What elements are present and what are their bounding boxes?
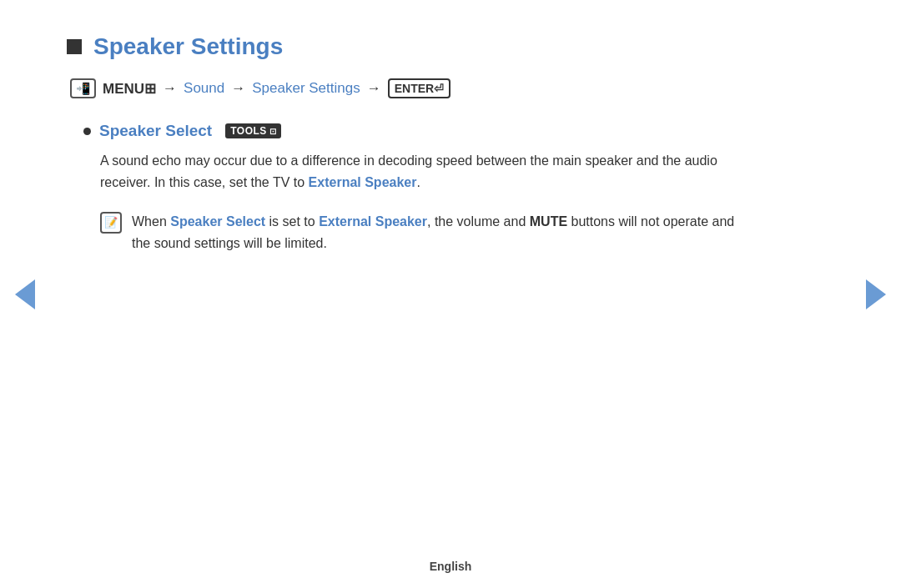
breadcrumb: 📲 MENU⊞ → Sound → Speaker Settings → ENT… bbox=[67, 78, 751, 98]
note-text: When Speaker Select is set to External S… bbox=[132, 211, 751, 255]
section-speaker-settings: Speaker Select TOOLS A sound echo may oc… bbox=[67, 122, 751, 255]
note-external-speaker: External Speaker bbox=[319, 214, 427, 229]
menu-label: MENU⊞ bbox=[103, 80, 156, 98]
bullet-dot-icon bbox=[83, 128, 91, 135]
page-title-row: Speaker Settings bbox=[67, 33, 751, 60]
menu-icon-image: 📲 bbox=[76, 82, 90, 95]
page-title: Speaker Settings bbox=[93, 33, 283, 60]
footer-language: English bbox=[430, 560, 472, 573]
note-speaker-select: Speaker Select bbox=[170, 214, 265, 229]
note-text-after: , the volume and bbox=[427, 214, 530, 229]
speaker-select-label: Speaker Select bbox=[99, 122, 212, 140]
nav-prev-button[interactable] bbox=[15, 279, 35, 309]
tools-badge: TOOLS bbox=[225, 123, 281, 138]
breadcrumb-speaker-settings: Speaker Settings bbox=[252, 80, 360, 97]
enter-button-icon: ENTER⏎ bbox=[388, 78, 450, 98]
note-icon: 📝 bbox=[100, 212, 122, 234]
main-content: Speaker Settings 📲 MENU⊞ → Sound → Speak… bbox=[0, 0, 818, 289]
title-square-icon bbox=[67, 39, 82, 54]
breadcrumb-arrow-3: → bbox=[367, 80, 381, 97]
breadcrumb-arrow-1: → bbox=[163, 80, 177, 97]
note-mute-label: MUTE bbox=[530, 214, 567, 229]
description-text: A sound echo may occur due to a differen… bbox=[100, 150, 751, 194]
breadcrumb-arrow-2: → bbox=[231, 80, 245, 97]
breadcrumb-sound: Sound bbox=[184, 80, 224, 97]
note-icon-symbol: 📝 bbox=[104, 216, 118, 229]
tools-badge-text: TOOLS bbox=[230, 125, 267, 137]
menu-icon: 📲 bbox=[70, 78, 96, 98]
bullet-row: Speaker Select TOOLS bbox=[83, 122, 751, 140]
note-text-middle: is set to bbox=[265, 214, 319, 229]
nav-next-button[interactable] bbox=[866, 279, 886, 309]
note-row: 📝 When Speaker Select is set to External… bbox=[100, 211, 751, 255]
enter-label: ENTER⏎ bbox=[395, 82, 444, 95]
note-text-before: When bbox=[132, 214, 170, 229]
external-speaker-highlight: External Speaker bbox=[309, 175, 417, 189]
